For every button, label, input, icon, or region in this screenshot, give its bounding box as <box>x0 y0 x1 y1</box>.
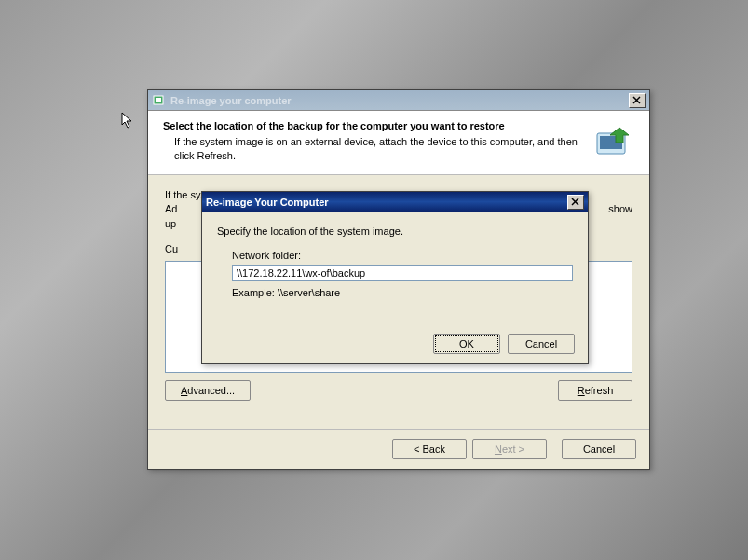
modal-body: Specify the location of the system image… <box>202 212 588 311</box>
modal-cancel-button[interactable]: Cancel <box>508 334 575 354</box>
restore-icon <box>592 120 636 165</box>
modal-instruction: Specify the location of the system image… <box>217 225 573 237</box>
svg-rect-1 <box>156 98 161 102</box>
mouse-cursor <box>121 112 136 132</box>
network-folder-label: Network folder: <box>232 250 573 261</box>
modal-footer: OK Cancel <box>433 334 575 354</box>
refresh-button[interactable]: Refresh <box>558 380 632 401</box>
main-cancel-button[interactable]: Cancel <box>562 439 636 459</box>
network-folder-input[interactable] <box>232 265 573 281</box>
wizard-header-sub: If the system image is on an external de… <box>163 135 582 163</box>
window-icon <box>152 93 167 108</box>
ok-button[interactable]: OK <box>433 334 500 354</box>
next-button: Next > <box>472 439 547 459</box>
example-text: Example: \\server\share <box>232 287 573 298</box>
wizard-header: Select the location of the backup for th… <box>148 111 649 175</box>
network-location-dialog: Re-image Your Computer Specify the locat… <box>201 191 589 364</box>
main-title-text: Re-image your computer <box>170 95 629 106</box>
modal-title-text: Re-image Your Computer <box>206 197 567 208</box>
modal-close-button[interactable] <box>567 195 584 210</box>
main-titlebar: Re-image your computer <box>148 90 649 111</box>
advanced-button[interactable]: Advanced... <box>165 380 251 401</box>
wizard-footer: < Back Next > Cancel <box>148 429 649 469</box>
wizard-header-title: Select the location of the backup for th… <box>163 120 582 131</box>
modal-titlebar: Re-image Your Computer <box>202 192 588 212</box>
main-close-button[interactable] <box>629 93 646 108</box>
back-button[interactable]: < Back <box>392 439 467 459</box>
body-text-line2a: Ad <box>165 202 177 216</box>
body-text-line2b: show <box>608 202 632 216</box>
